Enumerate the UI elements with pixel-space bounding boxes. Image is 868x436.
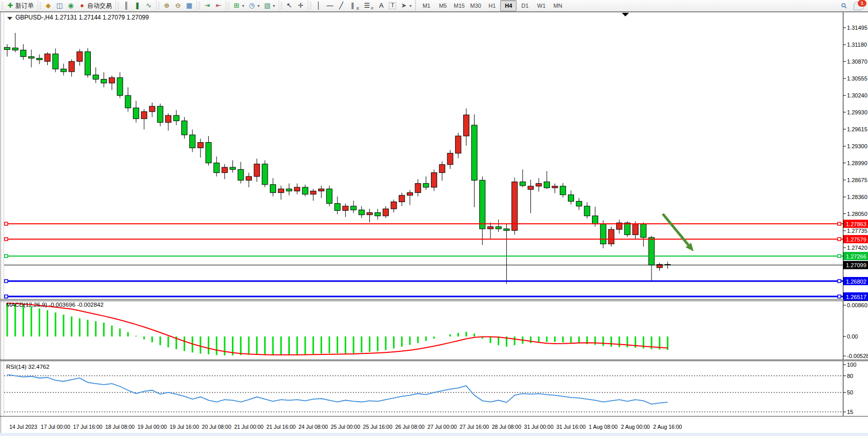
vertical-line-icon: │ [315, 1, 322, 10]
candlestick [600, 220, 606, 248]
macd-label: MACD(12,26,9) -0.003696 -0.002842 [6, 302, 104, 308]
text-label-icon: T [389, 2, 396, 9]
rsi-axis-label: 15 [847, 409, 853, 415]
candlestick-icon: ❚ [134, 1, 141, 10]
pane-separator[interactable] [0, 299, 868, 300]
crosshair-tool[interactable]: ✛ [295, 0, 306, 11]
price-tick-label: 1.29930 [847, 109, 867, 115]
line-handle[interactable] [5, 280, 8, 283]
zoom-out-button[interactable]: ⊖ [172, 0, 184, 11]
signals-button[interactable]: ◉ [65, 0, 76, 11]
time-axis-label: 2 Aug 00:00 [621, 424, 650, 430]
chart-area[interactable]: 1.314951.311801.308701.305551.302401.299… [0, 11, 868, 436]
line-handle[interactable] [5, 222, 8, 225]
candlestick [512, 177, 518, 235]
pane-separator [0, 360, 868, 361]
chat-icon[interactable]: 1 [854, 2, 864, 10]
arrows-tool[interactable]: ➤▾ [398, 0, 413, 11]
line-chart-button[interactable]: ∿ [143, 0, 154, 11]
price-line-label-text: 1.27863 [846, 221, 866, 227]
window-bottom-strip [0, 433, 868, 436]
dropdown-caret-icon: ▾ [258, 4, 260, 8]
zoom-in-button[interactable]: ⊕ [161, 0, 172, 11]
templates-button[interactable]: ▧▾ [262, 0, 277, 11]
time-axis-label: 28 Jul 08:00 [492, 424, 521, 430]
timeframe-button-mn[interactable]: MN [549, 0, 566, 11]
time-axis-label: 27 Jul 16:00 [460, 424, 489, 430]
clock-icon: ◷ [248, 1, 255, 10]
candlestick-chart-button[interactable]: ❚ [132, 0, 143, 11]
periods-button[interactable]: ◷▾ [246, 0, 262, 11]
dropdown-caret-icon: ▾ [273, 4, 275, 8]
time-axis-label: 21 Jul 16:00 [266, 424, 295, 430]
line-handle[interactable] [5, 237, 8, 241]
price-tick-label: 1.29300 [847, 143, 867, 149]
new-order-button[interactable]: ✚新订单 [5, 0, 36, 11]
text-icon: A [378, 1, 385, 10]
toolbar-groups: ✚新订单◆◫◉●自动交易║❚∿⊕⊖▦⇥⇤⊞▾◷▾▧▾↖✛│—╱∥E☰FAT➤▾ [0, 0, 416, 11]
arrow-objects-icon: ➤ [400, 1, 407, 10]
line-handle[interactable] [838, 280, 841, 283]
pane-separator[interactable] [0, 361, 868, 361]
trendline-tool[interactable]: ╱ [336, 0, 347, 11]
timeframe-toolbar: M1M5M15M30H1H4D1W1MN [416, 0, 566, 11]
timeframe-button-m30[interactable]: M30 [467, 0, 484, 11]
pane-separator[interactable] [0, 360, 868, 360]
timeframe-button-m1[interactable]: M1 [418, 0, 435, 11]
vertical-line-tool[interactable]: │ [313, 0, 324, 11]
auto-scroll-button[interactable]: ⇥ [202, 0, 213, 11]
line-handle[interactable] [5, 295, 8, 298]
timeframe-button-d1[interactable]: D1 [517, 0, 533, 11]
fibonacci-tool[interactable]: ☰F [361, 0, 376, 11]
time-axis-label: 14 Jul 2023 [9, 424, 37, 430]
price-tick-label: 1.28050 [847, 211, 867, 217]
toolbar: ✚新订单◆◫◉●自动交易║❚∿⊕⊖▦⇥⇤⊞▾◷▾▧▾↖✛│—╱∥E☰FAT➤▾ … [0, 0, 868, 12]
toolbar-right: ⚲ 1 [838, 0, 868, 11]
line-handle[interactable] [838, 237, 841, 241]
timeframe-button-h1[interactable]: H1 [484, 0, 500, 11]
line-handle[interactable] [838, 254, 841, 257]
time-axis-label: 25 Jul 16:00 [363, 424, 392, 430]
macd-axis-label: -0.005282 [847, 353, 868, 359]
toolbar-group: ✚新订单 [0, 0, 38, 11]
timeframe-button-w1[interactable]: W1 [533, 0, 549, 11]
timeframe-button-m15[interactable]: M15 [451, 0, 467, 11]
pane-separator [0, 300, 868, 301]
line-handle[interactable] [838, 295, 841, 298]
text-label-tool[interactable]: T [387, 0, 398, 11]
bar-chart-icon: ║ [123, 1, 130, 10]
chart-shift-button[interactable]: ⇤ [213, 0, 224, 11]
bar-chart-button[interactable]: ║ [121, 0, 132, 11]
line-handle[interactable] [838, 222, 841, 225]
rsi-axis-label: 50 [847, 389, 853, 395]
time-axis-label: 25 Jul 00:00 [331, 424, 360, 430]
rsi-label: RSI(14) 32.4762 [6, 364, 49, 370]
time-axis-label: 21 Jul 00:00 [234, 424, 263, 430]
price-tick-label: 1.30555 [847, 75, 867, 82]
time-axis-label: 31 Jul 16:00 [556, 424, 585, 430]
pane-separator[interactable] [0, 301, 868, 301]
search-icon[interactable]: ⚲ [838, 0, 850, 11]
mt4-window: { "toolbar": { "groups": [ {"items":[{"n… [0, 0, 868, 436]
timeframe-button-h4[interactable]: H4 [500, 0, 517, 11]
market-watch-button[interactable]: ◆ [43, 0, 54, 11]
timeframe-button-m5[interactable]: M5 [435, 0, 451, 11]
tile-windows-button[interactable]: ▦ [184, 0, 195, 11]
signal-icon: ◉ [67, 1, 74, 10]
cursor-tool[interactable]: ↖ [284, 0, 295, 11]
time-axis-label: 24 Jul 08:00 [299, 424, 328, 430]
time-axis-label: 20 Jul 08:00 [202, 424, 231, 430]
equidistant-channel-tool[interactable]: ∥E [347, 0, 361, 11]
autotrading-button[interactable]: ●自动交易 [76, 0, 114, 11]
price-line-label-text: 1.27579 [846, 236, 866, 243]
line-handle[interactable] [5, 254, 8, 257]
indicators-button[interactable]: ⊞▾ [231, 0, 246, 11]
price-tick-label: 1.27420 [847, 245, 867, 251]
text-tool[interactable]: A [376, 0, 387, 11]
navigator-button[interactable]: ◫ [54, 0, 65, 11]
notification-badge: 1 [857, 0, 867, 7]
candlestick [608, 227, 614, 247]
trendline-icon: ╱ [338, 1, 345, 10]
horizontal-line-tool[interactable]: — [324, 0, 336, 11]
tile-windows-icon: ▦ [186, 1, 193, 10]
